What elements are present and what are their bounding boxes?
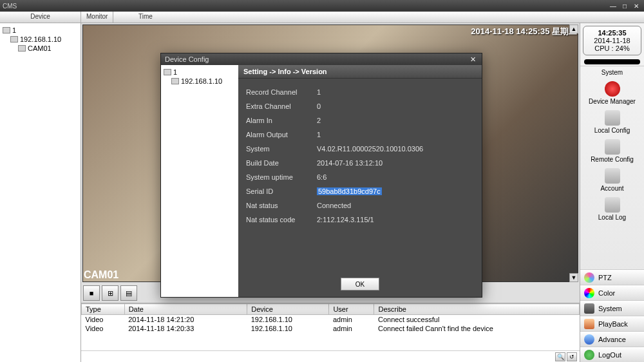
folder-icon (3, 27, 10, 33)
device-manager-button[interactable]: Device Manager (580, 79, 644, 108)
value-alarm-in: 2 (317, 117, 474, 124)
device-tree: 1 192.168.1.10 CAM01 (0, 23, 81, 362)
device-icon (171, 78, 179, 84)
remote-config-button[interactable]: Remote Config (580, 137, 644, 166)
value-system: V4.02.R11.00002520.10010.0306 (317, 145, 474, 153)
folder-icon (164, 69, 171, 75)
log-col-date[interactable]: Date (124, 304, 247, 315)
device-icon (10, 36, 18, 43)
dialog-tree-root[interactable]: 1 (164, 68, 236, 77)
section-bar: Device Monitor Time (0, 12, 644, 23)
dialog-title: Device Config (165, 55, 468, 63)
overlay-timestamp: 2014-11-18 14:25:35 星期二 (471, 26, 577, 37)
section-monitor: Monitor (81, 12, 113, 23)
account-icon (605, 168, 620, 184)
version-info: Record Channel1 Extra Channel0 Alarm In2… (238, 79, 482, 271)
value-build-date: 2014-07-16 13:12:10 (317, 159, 474, 167)
tree-camera[interactable]: CAM01 (3, 44, 78, 53)
tree-camera-label: CAM01 (28, 44, 52, 52)
tab-system[interactable]: System (580, 300, 644, 316)
local-log-button[interactable]: Local Log (580, 195, 644, 224)
local-config-icon (605, 110, 620, 126)
value-nat-status-code: 2:112.124.3.115/1 (317, 216, 474, 224)
tree-root-label: 1 (12, 26, 16, 34)
label-system-uptime: System uptime (246, 173, 317, 181)
value-alarm-output: 1 (317, 131, 474, 138)
titlebar: CMS — □ ✕ (0, 0, 644, 12)
label-record-channel: Record Channel (246, 88, 317, 96)
log-panel: Type Date Device User Describe Video 201… (81, 303, 580, 362)
label-extra-channel: Extra Channel (246, 102, 317, 110)
device-config-dialog: Device Config ✕ 1 192.168.1.10 Setting -… (160, 53, 482, 298)
overlay-camera-label: CAM01 (84, 269, 118, 281)
clock-date: 2014-11-18 (586, 37, 638, 44)
log-row[interactable]: Video 2014-11-18 14:21:20 192.168.1.10 a… (82, 315, 580, 325)
local-log-icon (605, 197, 620, 213)
logout-icon (584, 350, 594, 360)
log-row[interactable]: Video 2014-11-18 14:20:33 192.168.1.10 a… (82, 324, 580, 333)
log-col-user[interactable]: User (329, 304, 374, 315)
clock-box: 14:25:35 2014-11-18 CPU : 24% (583, 26, 641, 55)
label-alarm-in: Alarm In (246, 117, 317, 124)
system-icon (584, 303, 594, 314)
log-clear-icon[interactable]: ↺ (567, 352, 577, 361)
dialog-close-icon[interactable]: ✕ (468, 55, 478, 64)
value-extra-channel: 0 (317, 102, 474, 110)
system-header: System (580, 66, 644, 79)
layout-1-button[interactable]: ■ (83, 285, 100, 301)
label-system: System (246, 145, 317, 153)
dialog-titlebar[interactable]: Device Config ✕ (161, 53, 482, 65)
label-nat-status-code: Nat status code (246, 216, 317, 224)
log-col-type[interactable]: Type (82, 304, 125, 315)
dialog-tree-device[interactable]: 192.168.1.10 (164, 77, 236, 86)
app-title: CMS (3, 3, 607, 10)
tab-ptz[interactable]: PTZ (580, 269, 644, 285)
section-time: Time (113, 12, 177, 23)
tree-root[interactable]: 1 (3, 26, 78, 35)
local-config-button[interactable]: Local Config (580, 108, 644, 137)
dialog-tree: 1 192.168.1.10 (161, 65, 238, 297)
playback-icon (584, 319, 594, 329)
maximize-icon[interactable]: □ (620, 1, 630, 10)
tree-device[interactable]: 192.168.1.10 (3, 35, 78, 44)
tab-logout[interactable]: LogOut (580, 347, 644, 362)
breadcrumb: Setting -> Info -> Version (238, 65, 482, 79)
remote-config-icon (605, 139, 620, 155)
ptz-icon (584, 272, 594, 283)
value-record-channel: 1 (317, 88, 474, 96)
log-col-device[interactable]: Device (247, 304, 329, 315)
camera-icon (18, 45, 26, 52)
value-serial-id[interactable]: 59bab8d31b9cd97c (317, 187, 474, 195)
label-build-date: Build Date (246, 159, 317, 167)
clock-time: 14:25:35 (586, 29, 638, 37)
log-col-describe[interactable]: Describe (374, 304, 580, 315)
tab-playback[interactable]: PlayBack (580, 316, 644, 331)
scroll-up-icon[interactable]: ▲ (569, 24, 578, 33)
label-alarm-output: Alarm Output (246, 131, 317, 138)
account-button[interactable]: Account (580, 166, 644, 195)
ok-button[interactable]: OK (341, 278, 379, 291)
label-nat-status: Nat status (246, 202, 317, 209)
label-serial-id: Serial ID (246, 187, 317, 195)
value-nat-status: Connected (317, 202, 474, 209)
color-icon (584, 288, 594, 298)
section-device: Device (0, 12, 81, 23)
tree-device-label: 192.168.1.10 (20, 35, 61, 43)
minimize-icon[interactable]: — (608, 1, 618, 10)
layout-4-button[interactable]: ⊞ (102, 285, 118, 301)
close-icon[interactable]: ✕ (631, 1, 641, 10)
tab-color[interactable]: Color (580, 285, 644, 300)
scroll-down-icon[interactable]: ▼ (569, 273, 578, 282)
layout-more-button[interactable]: ▤ (120, 285, 137, 301)
cpu-bar (584, 59, 640, 64)
device-manager-icon (605, 81, 620, 97)
right-panel: 14:25:35 2014-11-18 CPU : 24% System Dev… (580, 23, 644, 362)
tab-advance[interactable]: Advance (580, 331, 644, 347)
log-search-icon[interactable]: 🔍 (555, 352, 565, 361)
clock-cpu: CPU : 24% (586, 44, 638, 52)
value-system-uptime: 6:6 (317, 173, 474, 181)
advance-icon (584, 334, 594, 345)
